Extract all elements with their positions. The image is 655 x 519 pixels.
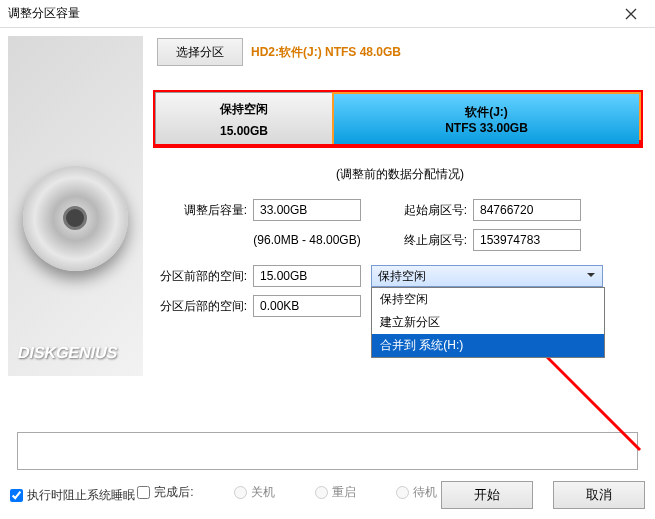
front-space-label: 分区前部的空间:: [157, 268, 247, 285]
alloc-bracket: [153, 140, 641, 146]
after-size-label: 调整后容量:: [157, 202, 247, 219]
combo-option[interactable]: 建立新分区: [372, 311, 604, 334]
start-sector-input[interactable]: 84766720: [473, 199, 581, 221]
back-space-label: 分区后部的空间:: [157, 298, 247, 315]
prevent-sleep-checkbox[interactable]: 执行时阻止系统睡眠: [10, 487, 135, 504]
alloc-part-info: NTFS 33.00GB: [445, 121, 528, 135]
front-space-combo[interactable]: 保持空闲 保持空闲 建立新分区 合并到 系统(H:): [371, 265, 603, 287]
chevron-down-icon: [586, 269, 596, 283]
start-button[interactable]: 开始: [441, 481, 533, 509]
combo-option[interactable]: 合并到 系统(H:): [372, 334, 604, 357]
close-button[interactable]: [615, 2, 647, 26]
brand-image: DISKGENIUS: [8, 36, 143, 376]
end-sector-label: 终止扇区号:: [395, 232, 467, 249]
alloc-free-label: 保持空闲: [220, 101, 268, 118]
end-sector-input[interactable]: 153974783: [473, 229, 581, 251]
hdd-spindle-icon: [63, 206, 87, 230]
select-partition-button[interactable]: 选择分区: [157, 38, 243, 66]
after-size-input[interactable]: 33.00GB: [253, 199, 361, 221]
combo-option[interactable]: 保持空闲: [372, 288, 604, 311]
partition-path: HD2:软件(J:) NTFS 48.0GB: [251, 44, 401, 61]
combo-dropdown: 保持空闲 建立新分区 合并到 系统(H:): [371, 287, 605, 358]
window-title: 调整分区容量: [8, 5, 80, 22]
back-space-input[interactable]: 0.00KB: [253, 295, 361, 317]
cancel-button[interactable]: 取消: [553, 481, 645, 509]
alloc-free-segment[interactable]: 保持空闲 15.00GB: [155, 92, 332, 146]
start-sector-label: 起始扇区号:: [395, 202, 467, 219]
brand-text: DISKGENIUS: [16, 344, 119, 362]
alloc-part-name: 软件(J:): [465, 104, 508, 121]
combo-selected: 保持空闲: [378, 268, 426, 285]
alloc-partition-segment[interactable]: 软件(J:) NTFS 33.00GB: [332, 92, 641, 146]
allocation-caption: (调整前的数据分配情况): [336, 167, 464, 181]
alloc-free-size: 15.00GB: [220, 124, 268, 138]
range-hint: (96.0MB - 48.00GB): [253, 233, 361, 247]
front-space-input[interactable]: 15.00GB: [253, 265, 361, 287]
titlebar: 调整分区容量: [0, 0, 655, 28]
close-icon: [625, 8, 637, 20]
